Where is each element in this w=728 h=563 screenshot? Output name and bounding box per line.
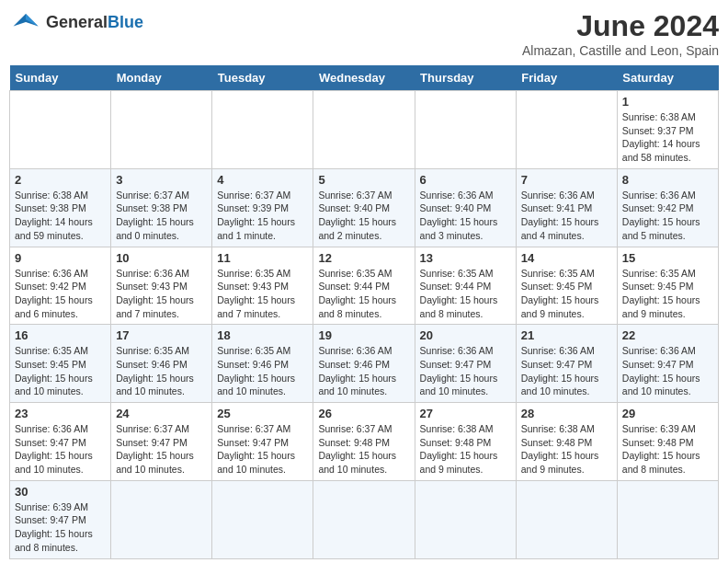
cell-info: Sunrise: 6:36 AM Sunset: 9:40 PM Dayligh…	[420, 189, 511, 243]
day-number: 23	[15, 407, 106, 420]
cell-info: Sunrise: 6:35 AM Sunset: 9:46 PM Dayligh…	[217, 344, 308, 398]
cell-info: Sunrise: 6:36 AM Sunset: 9:46 PM Dayligh…	[318, 344, 409, 398]
day-number: 18	[217, 328, 308, 342]
calendar-cell: 10Sunrise: 6:36 AM Sunset: 9:43 PM Dayli…	[111, 247, 212, 325]
cell-info: Sunrise: 6:37 AM Sunset: 9:40 PM Dayligh…	[318, 189, 409, 243]
day-number: 1	[622, 95, 713, 109]
day-number: 11	[217, 251, 308, 265]
location-subtitle: Almazan, Castille and Leon, Spain	[522, 43, 719, 58]
month-title: June 2024	[522, 9, 719, 43]
calendar-cell: 2Sunrise: 6:38 AM Sunset: 9:38 PM Daylig…	[10, 168, 111, 247]
cell-info: Sunrise: 6:35 AM Sunset: 9:45 PM Dayligh…	[521, 267, 612, 321]
cell-info: Sunrise: 6:36 AM Sunset: 9:47 PM Dayligh…	[420, 344, 511, 398]
cell-info: Sunrise: 6:36 AM Sunset: 9:42 PM Dayligh…	[622, 189, 713, 243]
day-number: 8	[622, 173, 713, 187]
calendar-cell	[111, 91, 212, 169]
calendar-cell: 17Sunrise: 6:35 AM Sunset: 9:46 PM Dayli…	[111, 325, 212, 403]
day-number: 25	[217, 407, 308, 420]
cell-info: Sunrise: 6:36 AM Sunset: 9:43 PM Dayligh…	[116, 267, 207, 321]
calendar-cell: 20Sunrise: 6:36 AM Sunset: 9:47 PM Dayli…	[415, 325, 516, 403]
cell-info: Sunrise: 6:36 AM Sunset: 9:47 PM Dayligh…	[521, 344, 612, 398]
cell-info: Sunrise: 6:36 AM Sunset: 9:42 PM Dayligh…	[15, 267, 106, 321]
cell-info: Sunrise: 6:38 AM Sunset: 9:48 PM Dayligh…	[521, 422, 612, 477]
day-number: 9	[15, 251, 106, 265]
cell-info: Sunrise: 6:37 AM Sunset: 9:48 PM Dayligh…	[318, 422, 409, 477]
calendar-cell: 16Sunrise: 6:35 AM Sunset: 9:45 PM Dayli…	[10, 325, 111, 403]
cell-info: Sunrise: 6:36 AM Sunset: 9:47 PM Dayligh…	[622, 344, 713, 398]
day-number: 5	[318, 173, 409, 187]
calendar-cell	[415, 480, 516, 558]
calendar-row-0: 1Sunrise: 6:38 AM Sunset: 9:37 PM Daylig…	[10, 91, 719, 169]
cell-info: Sunrise: 6:35 AM Sunset: 9:44 PM Dayligh…	[420, 267, 511, 321]
calendar-cell: 3Sunrise: 6:37 AM Sunset: 9:38 PM Daylig…	[111, 168, 212, 247]
day-number: 10	[116, 251, 207, 265]
calendar-cell	[617, 480, 718, 558]
cell-info: Sunrise: 6:35 AM Sunset: 9:45 PM Dayligh…	[622, 267, 713, 321]
calendar-cell	[516, 480, 617, 558]
weekday-header-sunday: Sunday	[10, 65, 111, 91]
day-number: 13	[420, 251, 511, 265]
calendar-cell	[212, 480, 313, 558]
calendar-cell	[111, 480, 212, 558]
day-number: 24	[116, 407, 207, 420]
day-number: 19	[318, 328, 409, 342]
calendar-row-2: 9Sunrise: 6:36 AM Sunset: 9:42 PM Daylig…	[10, 247, 719, 325]
cell-info: Sunrise: 6:37 AM Sunset: 9:47 PM Dayligh…	[116, 422, 207, 477]
weekday-header-tuesday: Tuesday	[212, 65, 313, 91]
cell-info: Sunrise: 6:37 AM Sunset: 9:38 PM Dayligh…	[116, 189, 207, 243]
calendar-cell	[415, 91, 516, 169]
weekday-header-monday: Monday	[111, 65, 212, 91]
calendar-table: SundayMondayTuesdayWednesdayThursdayFrid…	[9, 65, 719, 559]
svg-marker-1	[26, 14, 39, 27]
day-number: 30	[15, 485, 106, 499]
calendar-row-1: 2Sunrise: 6:38 AM Sunset: 9:38 PM Daylig…	[10, 168, 719, 247]
logo-blue: Blue	[108, 13, 143, 31]
calendar-cell: 7Sunrise: 6:36 AM Sunset: 9:41 PM Daylig…	[516, 168, 617, 247]
day-number: 29	[622, 407, 713, 420]
calendar-cell: 9Sunrise: 6:36 AM Sunset: 9:42 PM Daylig…	[10, 247, 111, 325]
weekday-header-saturday: Saturday	[617, 65, 718, 91]
cell-info: Sunrise: 6:36 AM Sunset: 9:41 PM Dayligh…	[521, 189, 612, 243]
day-number: 15	[622, 251, 713, 265]
day-number: 3	[116, 173, 207, 187]
weekday-header-wednesday: Wednesday	[313, 65, 415, 91]
cell-info: Sunrise: 6:38 AM Sunset: 9:48 PM Dayligh…	[420, 422, 511, 477]
calendar-cell: 5Sunrise: 6:37 AM Sunset: 9:40 PM Daylig…	[313, 168, 415, 247]
day-number: 21	[521, 328, 612, 342]
calendar-row-5: 30Sunrise: 6:39 AM Sunset: 9:47 PM Dayli…	[10, 480, 719, 558]
calendar-cell: 13Sunrise: 6:35 AM Sunset: 9:44 PM Dayli…	[415, 247, 516, 325]
calendar-row-3: 16Sunrise: 6:35 AM Sunset: 9:45 PM Dayli…	[10, 325, 719, 403]
calendar-cell: 4Sunrise: 6:37 AM Sunset: 9:39 PM Daylig…	[212, 168, 313, 247]
calendar-cell: 24Sunrise: 6:37 AM Sunset: 9:47 PM Dayli…	[111, 403, 212, 481]
day-number: 7	[521, 173, 612, 187]
weekday-header-friday: Friday	[516, 65, 617, 91]
calendar-cell	[212, 91, 313, 169]
cell-info: Sunrise: 6:35 AM Sunset: 9:45 PM Dayligh…	[15, 344, 106, 398]
day-number: 17	[116, 328, 207, 342]
logo-icon	[9, 9, 42, 35]
calendar-cell	[313, 91, 415, 169]
logo-general: General	[46, 13, 108, 31]
cell-info: Sunrise: 6:39 AM Sunset: 9:47 PM Dayligh…	[15, 500, 106, 555]
calendar-cell: 29Sunrise: 6:39 AM Sunset: 9:48 PM Dayli…	[617, 403, 718, 481]
calendar-cell: 14Sunrise: 6:35 AM Sunset: 9:45 PM Dayli…	[516, 247, 617, 325]
calendar-cell: 12Sunrise: 6:35 AM Sunset: 9:44 PM Dayli…	[313, 247, 415, 325]
calendar-cell: 21Sunrise: 6:36 AM Sunset: 9:47 PM Dayli…	[516, 325, 617, 403]
calendar-cell: 6Sunrise: 6:36 AM Sunset: 9:40 PM Daylig…	[415, 168, 516, 247]
cell-info: Sunrise: 6:35 AM Sunset: 9:43 PM Dayligh…	[217, 267, 308, 321]
calendar-cell: 28Sunrise: 6:38 AM Sunset: 9:48 PM Dayli…	[516, 403, 617, 481]
day-number: 20	[420, 328, 511, 342]
day-number: 26	[318, 407, 409, 420]
cell-info: Sunrise: 6:39 AM Sunset: 9:48 PM Dayligh…	[622, 422, 713, 477]
header: GeneralBlue June 2024 Almazan, Castille …	[9, 9, 719, 58]
cell-info: Sunrise: 6:35 AM Sunset: 9:46 PM Dayligh…	[116, 344, 207, 398]
cell-info: Sunrise: 6:38 AM Sunset: 9:37 PM Dayligh…	[622, 110, 713, 165]
title-area: June 2024 Almazan, Castille and Leon, Sp…	[522, 9, 719, 58]
calendar-cell: 19Sunrise: 6:36 AM Sunset: 9:46 PM Dayli…	[313, 325, 415, 403]
calendar-cell	[516, 91, 617, 169]
day-number: 6	[420, 173, 511, 187]
cell-info: Sunrise: 6:35 AM Sunset: 9:44 PM Dayligh…	[318, 267, 409, 321]
calendar-cell: 8Sunrise: 6:36 AM Sunset: 9:42 PM Daylig…	[617, 168, 718, 247]
calendar-cell: 11Sunrise: 6:35 AM Sunset: 9:43 PM Dayli…	[212, 247, 313, 325]
calendar-cell: 27Sunrise: 6:38 AM Sunset: 9:48 PM Dayli…	[415, 403, 516, 481]
